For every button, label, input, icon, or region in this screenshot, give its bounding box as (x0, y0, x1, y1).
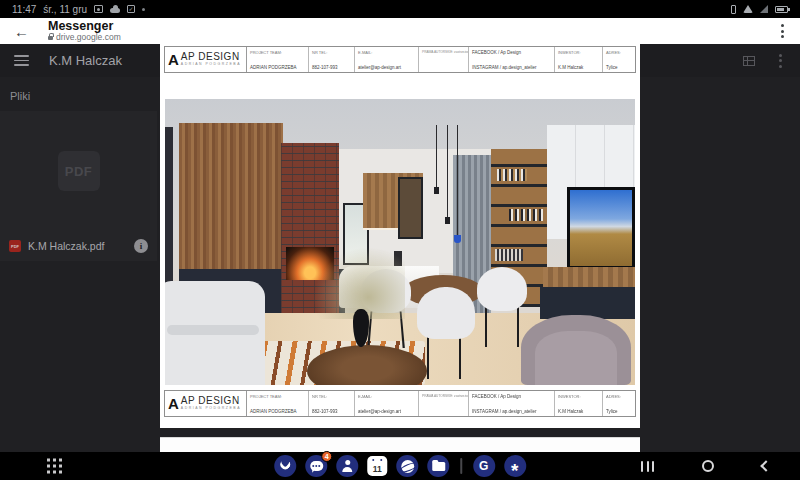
recents-button[interactable] (641, 461, 654, 472)
dock: 4 11 G * (274, 455, 526, 477)
dock-divider (460, 458, 462, 474)
cloud-notification-icon (110, 8, 120, 13)
lock-icon (48, 36, 53, 40)
phone-app-icon[interactable] (274, 455, 296, 477)
galaxy-apps-icon[interactable]: * (504, 455, 526, 477)
pdf-page-2[interactable] (160, 437, 640, 452)
wifi-icon (743, 5, 753, 13)
more-notifications-dot (142, 8, 145, 11)
viewer-menu-button[interactable] (779, 54, 782, 68)
signal-icon (760, 5, 768, 13)
messages-badge: 4 (321, 451, 332, 462)
grid-view-icon[interactable] (743, 56, 755, 66)
render-pendant-lamp (454, 235, 461, 243)
taskbar: 4 11 G * (0, 452, 800, 480)
render-sofa (165, 281, 265, 385)
navigation-keys (641, 452, 770, 480)
title-block-bottom: A AP DESIGN ADRIAN PODGRZEBA PROJECT TEA… (164, 390, 636, 417)
messages-app-icon[interactable]: 4 (305, 455, 327, 477)
menu-icon[interactable] (14, 55, 29, 66)
browser-menu-button[interactable] (781, 24, 784, 38)
google-app-icon[interactable]: G (473, 455, 495, 477)
my-files-app-icon[interactable] (427, 455, 449, 477)
home-button[interactable] (702, 460, 714, 472)
url-bar[interactable]: drive.google.com (48, 33, 121, 42)
render-chair (417, 287, 475, 339)
render-tv-shelf (543, 267, 635, 287)
status-bar: 11:47 śr., 11 gru ✓ (0, 0, 800, 18)
contacts-app-icon[interactable] (336, 455, 358, 477)
render-chair (477, 267, 527, 311)
logo-name: AP DESIGN (181, 52, 241, 62)
render-media-console (540, 287, 635, 319)
info-icon[interactable]: i (134, 239, 148, 253)
interior-render-image (165, 99, 635, 385)
sidebar: Pliki PDF PDF K.M Halczak.pdf i (0, 77, 158, 452)
render-tv (567, 187, 635, 269)
title-block-top: A AP DESIGN ADRIAN PODGRZEBA PROJECT TEA… (164, 46, 636, 73)
pdf-thumbnail: PDF (58, 151, 100, 191)
document-title: K.M Halczak (49, 53, 122, 68)
image-notification-icon (94, 5, 103, 13)
file-name: K.M Halczak.pdf (28, 240, 127, 252)
render-glass-cabinet (398, 177, 423, 239)
back-button[interactable] (760, 460, 771, 471)
ap-design-logo: A AP DESIGN ADRIAN PODGRZEBA (165, 47, 247, 72)
checkbox-notification-icon: ✓ (127, 5, 135, 13)
clock: 11:47 (12, 4, 36, 15)
drive-viewer: K.M Halczak Pliki PDF PDF K.M Halczak.pd… (0, 44, 800, 452)
pdf-file-icon: PDF (9, 240, 21, 252)
ap-design-logo: A AP DESIGN ADRIAN PODGRZEBA (165, 391, 247, 416)
files-section-label: Pliki (10, 90, 158, 102)
date: śr., 11 gru (43, 4, 87, 15)
browser-header: ← Messenger drive.google.com (0, 18, 800, 44)
app-drawer-button[interactable] (47, 459, 62, 474)
back-arrow-icon[interactable]: ← (14, 23, 36, 40)
calendar-app-icon[interactable]: 11 (367, 456, 387, 476)
pdf-page-1[interactable]: A AP DESIGN ADRIAN PODGRZEBA PROJECT TEA… (160, 44, 640, 428)
logo-subtitle: ADRIAN PODGRZEBA (181, 63, 241, 67)
file-card[interactable]: PDF PDF K.M Halczak.pdf i (0, 111, 157, 261)
render-armchair (521, 315, 631, 385)
logo-mark: A (168, 52, 179, 67)
vibrate-icon (731, 5, 736, 14)
internet-app-icon[interactable] (396, 455, 418, 477)
battery-icon (775, 6, 788, 13)
